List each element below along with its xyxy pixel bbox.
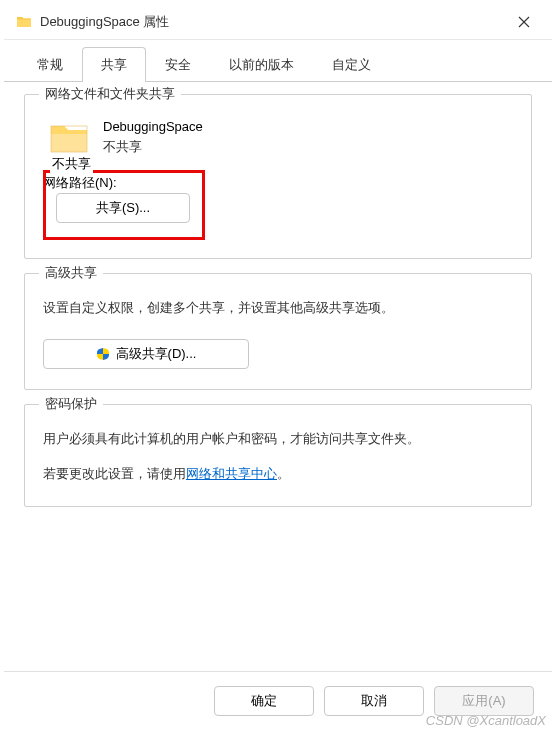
tab-sharing[interactable]: 共享	[82, 47, 146, 82]
tab-security[interactable]: 安全	[146, 47, 210, 82]
group-title-advanced: 高级共享	[39, 264, 103, 282]
advanced-description: 设置自定义权限，创建多个共享，并设置其他高级共享选项。	[43, 298, 513, 319]
group-network-sharing: 网络文件和文件夹共享 DebuggingSpace 不共享 网络路径(N): 不…	[24, 94, 532, 259]
window-title: DebuggingSpace 属性	[40, 13, 508, 31]
close-button[interactable]	[508, 6, 540, 38]
tab-previous-versions[interactable]: 以前的版本	[210, 47, 313, 82]
group-title-network: 网络文件和文件夹共享	[39, 85, 181, 103]
advanced-sharing-button[interactable]: 高级共享(D)...	[43, 339, 249, 369]
apply-button[interactable]: 应用(A)	[434, 686, 534, 716]
network-path-value: 不共享	[50, 155, 93, 173]
group-password-protection: 密码保护 用户必须具有此计算机的用户帐户和密码，才能访问共享文件夹。 若要更改此…	[24, 404, 532, 508]
tab-strip: 常规 共享 安全 以前的版本 自定义	[4, 40, 552, 82]
dialog-footer: 确定 取消 应用(A)	[4, 671, 552, 730]
uac-shield-icon	[96, 347, 110, 361]
tab-general[interactable]: 常规	[18, 47, 82, 82]
close-icon	[518, 16, 530, 28]
share-button[interactable]: 共享(S)...	[56, 193, 190, 223]
password-desc-2: 若要更改此设置，请使用网络和共享中心。	[43, 464, 513, 485]
folder-large-icon	[49, 118, 89, 156]
network-sharing-center-link[interactable]: 网络和共享中心	[186, 466, 277, 481]
folder-name: DebuggingSpace	[103, 117, 203, 137]
password-desc-1: 用户必须具有此计算机的用户帐户和密码，才能访问共享文件夹。	[43, 429, 513, 450]
ok-button[interactable]: 确定	[214, 686, 314, 716]
cancel-button[interactable]: 取消	[324, 686, 424, 716]
folder-icon	[16, 14, 32, 30]
tab-customize[interactable]: 自定义	[313, 47, 390, 82]
share-status: 不共享	[103, 137, 203, 157]
group-title-password: 密码保护	[39, 395, 103, 413]
group-advanced-sharing: 高级共享 设置自定义权限，创建多个共享，并设置其他高级共享选项。 高级共享(D)…	[24, 273, 532, 390]
titlebar: DebuggingSpace 属性	[4, 4, 552, 40]
folder-info-row: DebuggingSpace 不共享	[49, 117, 513, 156]
tab-content: 网络文件和文件夹共享 DebuggingSpace 不共享 网络路径(N): 不…	[4, 82, 552, 671]
highlight-box: 不共享 共享(S)...	[43, 170, 205, 240]
